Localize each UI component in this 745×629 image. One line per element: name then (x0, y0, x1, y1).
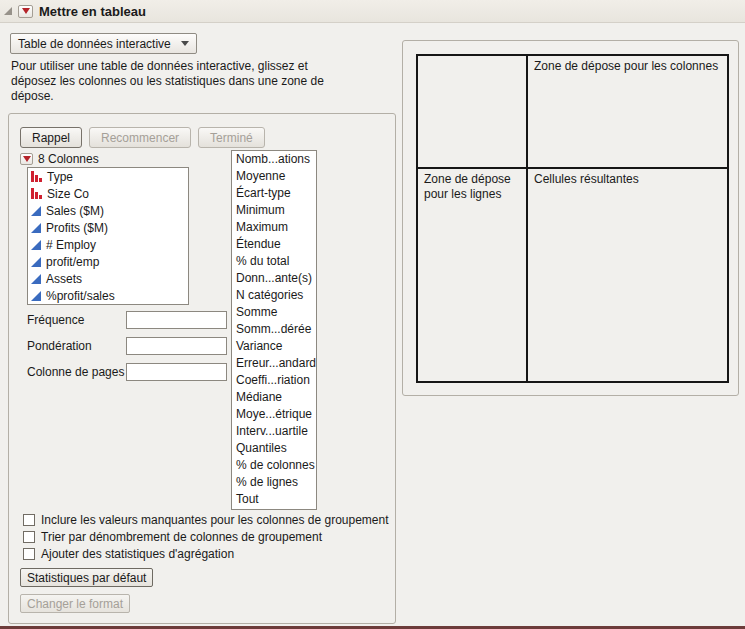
column-item[interactable]: profit/emp (28, 253, 188, 270)
sort-by-count-checkbox[interactable] (23, 531, 35, 543)
restart-button[interactable]: Recommencer (89, 127, 191, 148)
checkbox-row-aggregation[interactable]: Ajouter des statistiques d'agrégation (23, 547, 234, 561)
column-item[interactable]: # Employ (28, 236, 188, 253)
drop-zone-corner[interactable] (418, 56, 528, 169)
column-item[interactable]: Type (28, 168, 188, 185)
checkbox-row-include-missing[interactable]: Inclure les valeurs manquantes pour les … (23, 513, 389, 527)
statistic-item[interactable]: Médiane (232, 389, 316, 406)
control-panel: Rappel Recommencer Terminé 8 Colonnes Ty… (8, 113, 396, 624)
column-label: Sales ($M) (46, 204, 104, 218)
red-triangle-glyph (22, 8, 30, 14)
statistic-item[interactable]: Étendue (232, 236, 316, 253)
red-triangle-menu-icon[interactable] (18, 5, 33, 18)
column-label: # Employ (46, 238, 96, 252)
statistic-item[interactable]: Erreur...andard (232, 355, 316, 372)
statistic-item[interactable]: Nomb...ations (232, 151, 316, 168)
weight-input[interactable] (126, 337, 227, 355)
page-title: Mettre en tableau (39, 4, 146, 19)
statistic-item[interactable]: Somme (232, 304, 316, 321)
statistic-item[interactable]: Moye...étrique (232, 406, 316, 423)
recall-button[interactable]: Rappel (20, 127, 82, 148)
checkbox-row-sort-count[interactable]: Trier par dénombrement de colonnes de gr… (23, 530, 322, 544)
weight-label: Pondération (27, 339, 126, 353)
checkbox-label: Trier par dénombrement de colonnes de gr… (41, 530, 322, 544)
column-label: Size Co (47, 187, 89, 201)
statistic-item[interactable]: % du total (232, 253, 316, 270)
page-column-input[interactable] (126, 363, 227, 381)
statistic-item[interactable]: N catégories (232, 287, 316, 304)
instructions-text: Pour utiliser une table de données inter… (11, 59, 349, 104)
statistic-item[interactable]: Écart-type (232, 185, 316, 202)
statistic-item[interactable]: Minimum (232, 202, 316, 219)
statistics-list: Nomb...ations Moyenne Écart-type Minimum… (231, 150, 317, 510)
drop-zone-rows[interactable]: Zone de dépose pour les lignes (418, 169, 528, 381)
preview-panel: Zone de dépose pour les colonnes Zone de… (402, 40, 739, 396)
continuous-column-icon (31, 240, 41, 250)
page-column-label: Colonne de pages (27, 365, 126, 379)
continuous-column-icon (31, 206, 41, 216)
weight-field-row: Pondération (27, 337, 227, 355)
column-label: Profits ($M) (46, 221, 108, 235)
statistic-item[interactable]: Tout (232, 491, 316, 508)
chevron-down-icon (181, 41, 189, 46)
column-label: profit/emp (46, 255, 99, 269)
statistic-item[interactable]: Moyenne (232, 168, 316, 185)
change-format-button[interactable]: Changer le format (20, 594, 130, 613)
checkbox-label: Inclure les valeurs manquantes pour les … (41, 513, 389, 527)
statistic-item[interactable]: Interv...uartile (232, 423, 316, 440)
column-item[interactable]: Profits ($M) (28, 219, 188, 236)
aggregation-stats-checkbox[interactable] (23, 548, 35, 560)
statistic-item[interactable]: Donn...ante(s) (232, 270, 316, 287)
frequency-field-row: Fréquence (27, 311, 227, 329)
panel-button-row: Rappel Recommencer Terminé (20, 127, 265, 148)
nominal-column-icon (31, 171, 42, 182)
statistic-item[interactable]: Coeffi...riation (232, 372, 316, 389)
frequency-label: Fréquence (27, 313, 126, 327)
result-cells-zone[interactable]: Cellules résultantes (528, 169, 727, 381)
continuous-column-icon (31, 257, 41, 267)
column-label: Assets (46, 272, 82, 286)
nominal-column-icon (31, 188, 42, 199)
columns-count-label: 8 Colonnes (38, 152, 99, 166)
table-mode-select-label: Table de données interactive (18, 37, 171, 51)
statistic-item[interactable]: Quantiles (232, 440, 316, 457)
column-item[interactable]: Size Co (28, 185, 188, 202)
column-item[interactable]: Assets (28, 270, 188, 287)
columns-menu-icon[interactable] (20, 153, 33, 165)
continuous-column-icon (31, 274, 41, 284)
statistic-item[interactable]: % de colonnes (232, 457, 316, 474)
statistic-item[interactable]: % de lignes (232, 474, 316, 491)
drop-zone-columns[interactable]: Zone de dépose pour les colonnes (528, 56, 727, 169)
page-column-field-row: Colonne de pages (27, 363, 227, 381)
columns-header: 8 Colonnes (20, 152, 99, 166)
default-statistics-button[interactable]: Statistiques par défaut (20, 568, 153, 587)
done-button[interactable]: Terminé (198, 127, 265, 148)
columns-list: Type Size Co Sales ($M) Profits ($M) # E… (27, 167, 189, 305)
frequency-input[interactable] (126, 311, 227, 329)
statistic-item[interactable]: Maximum (232, 219, 316, 236)
table-mode-select[interactable]: Table de données interactive (10, 33, 197, 54)
checkbox-label: Ajouter des statistiques d'agrégation (41, 547, 234, 561)
column-label: %profit/sales (46, 289, 115, 303)
statistic-item[interactable]: Somm...dérée (232, 321, 316, 338)
column-item[interactable]: Sales ($M) (28, 202, 188, 219)
drop-zones-table: Zone de dépose pour les colonnes Zone de… (416, 54, 729, 383)
disclosure-triangle-icon[interactable] (4, 7, 12, 15)
red-triangle-glyph (23, 156, 31, 162)
column-item[interactable]: %profit/sales (28, 287, 188, 304)
statistic-item[interactable]: Variance (232, 338, 316, 355)
continuous-column-icon (31, 291, 41, 301)
include-missing-checkbox[interactable] (23, 514, 35, 526)
column-label: Type (47, 170, 73, 184)
continuous-column-icon (31, 223, 41, 233)
outline-header: Mettre en tableau (0, 0, 745, 23)
